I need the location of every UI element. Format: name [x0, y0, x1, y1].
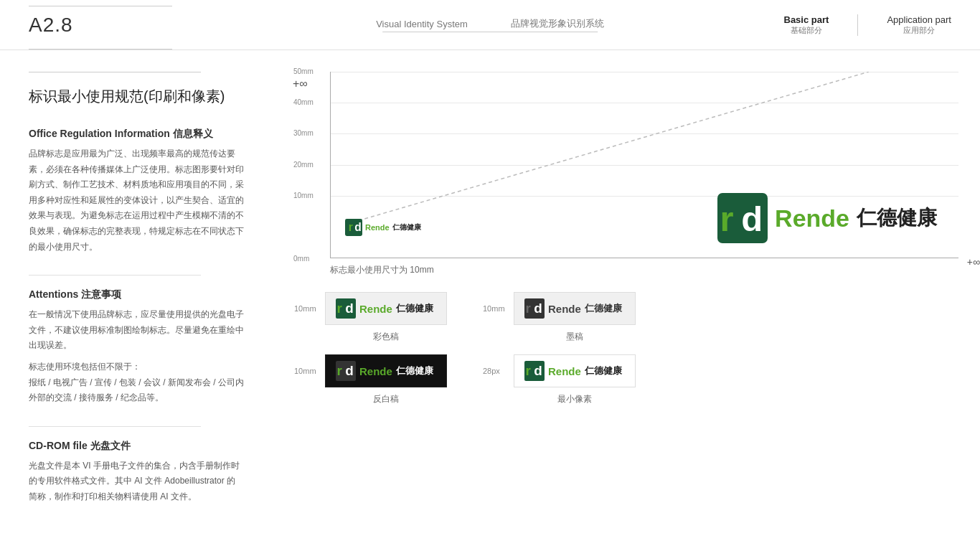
sample-color-label-row: 10mm r d Rende 仁德健康 [294, 292, 447, 325]
header-top-line [29, 6, 172, 6]
info-divider-2 [29, 426, 201, 427]
nav-basic[interactable]: Basic part 基础部分 [784, 14, 829, 36]
logo-icon-large-chart: r d [717, 193, 768, 243]
samples-row2: 10mm r d Rende 仁德健康 反白稿 28p [287, 354, 958, 405]
nav-application[interactable]: Application part 应用部分 [887, 14, 951, 36]
attentions-block: Attentions 注意事项 在一般情况下使用品牌标志，应尽量使用提供的光盘电… [29, 288, 244, 406]
sample-ink-caption: 墨稿 [483, 331, 636, 343]
sample-reverse: 10mm r d Rende 仁德健康 反白稿 [294, 354, 447, 405]
svg-text:d: d [741, 199, 763, 238]
logo-icon-small-chart: r d [345, 219, 362, 236]
header-center-titles: Visual Identity System 品牌视觉形象识别系统 [376, 17, 604, 30]
svg-text:r: r [336, 301, 342, 316]
sample-pixel-text-cn: 仁德健康 [585, 364, 622, 377]
sample-ink-text-en: Rende [548, 303, 581, 315]
header-bottom-line [29, 49, 172, 50]
sample-color: 10mm r d Rende 仁德健康 彩色稿 [294, 292, 447, 343]
brand-title-cn: 品牌视觉形象识别系统 [511, 17, 604, 30]
sample-pixel-box: r d Rende 仁德健康 [514, 354, 636, 387]
section-divider-top [29, 72, 201, 72]
sample-ink-label-row: 10mm r d Rende 仁德健康 [483, 292, 636, 325]
header-right: Basic part 基础部分 Application part 应用部分 [784, 14, 952, 36]
header-center-line [382, 32, 598, 32]
chart-container: +∞ +∞ 50mm 40mm 30mm 20mm 10mm 0mm [287, 72, 958, 258]
right-panel: +∞ +∞ 50mm 40mm 30mm 20mm 10mm 0mm [273, 50, 980, 551]
office-text: 品牌标志是应用最为广泛、出现频率最高的规范传达要素，必须在各种传播媒体上广泛使用… [29, 146, 244, 255]
sample-reverse-icon: r d [336, 361, 356, 381]
main-content: 标识最小使用规范(印刷和像素) Office Regulation Inform… [0, 50, 980, 551]
sample-pixel-size: 28px [483, 367, 508, 375]
attentions-text1: 在一般情况下使用品牌标志，应尽量使用提供的光盘电子文件，不建议使用标准制图绘制标… [29, 307, 244, 354]
sample-color-icon: r d [336, 298, 356, 319]
svg-text:d: d [534, 363, 542, 378]
chart-box: +∞ 50mm 40mm 30mm 20mm 10mm 0mm [330, 72, 958, 258]
svg-text:r: r [336, 363, 342, 378]
svg-text:d: d [345, 301, 354, 316]
logo-large-chart: r d Rende 仁德健康 [717, 193, 937, 243]
sample-reverse-text-en: Rende [359, 365, 392, 377]
sample-color-size: 10mm [294, 304, 319, 313]
logo-cn-large-chart: 仁德健康 [857, 204, 937, 232]
samples-grid: 10mm r d Rende 仁德健康 彩色稿 10m [287, 292, 958, 343]
page-number: A2.8 [29, 14, 73, 37]
svg-text:d: d [534, 301, 542, 316]
left-panel: 标识最小使用规范(印刷和像素) Office Regulation Inform… [0, 50, 273, 551]
logo-text-small-chart: Rende [365, 223, 390, 232]
basic-part-cn: 基础部分 [791, 25, 822, 36]
cdrom-block: CD-ROM file 光盘文件 光盘文件是本 VI 手册电子文件的集合，内含手… [29, 440, 244, 505]
svg-text:d: d [354, 221, 362, 233]
svg-text:r: r [720, 199, 734, 238]
chart-annotation: 标志最小使用尺寸为 10mm [330, 264, 958, 276]
y-label-50: 50mm [293, 67, 314, 75]
basic-part-en: Basic part [784, 14, 829, 25]
section-title: 标识最小使用规范(印刷和像素) [29, 87, 244, 106]
attentions-text2: 标志使用环境包括但不限于： 报纸 / 电视广告 / 宣传 / 包装 / 会议 /… [29, 359, 244, 406]
x-infinity-label: +∞ [967, 256, 980, 268]
svg-text:d: d [345, 363, 354, 378]
logo-text-large-chart: Rende [775, 204, 849, 232]
sample-pixel-caption: 最小像素 [483, 393, 636, 405]
info-divider-1 [29, 275, 201, 276]
sample-ink-box: r d Rende 仁德健康 [514, 292, 636, 325]
y-infinity-label: +∞ [293, 77, 308, 90]
sample-color-text-en: Rende [359, 303, 392, 315]
sample-pixel-icon: r d [524, 361, 545, 381]
sample-pixel-label-row: 28px r d Rende 仁德健康 [483, 354, 636, 387]
nav-divider [857, 14, 858, 36]
sample-pixel-text-en: Rende [548, 365, 581, 377]
sample-pixel: 28px r d Rende 仁德健康 最小像素 [483, 354, 636, 405]
sample-ink-icon: r d [524, 298, 545, 319]
sample-reverse-size: 10mm [294, 367, 319, 375]
y-label-10: 10mm [293, 192, 314, 199]
sample-color-text-cn: 仁德健康 [396, 302, 433, 315]
sample-color-box: r d Rende 仁德健康 [325, 292, 447, 325]
sample-ink: 10mm r d Rende 仁德健康 墨稿 [483, 292, 636, 343]
sample-ink-text-cn: 仁德健康 [585, 302, 622, 315]
app-part-cn: 应用部分 [903, 25, 935, 36]
sample-reverse-label-row: 10mm r d Rende 仁德健康 [294, 354, 447, 387]
cdrom-text: 光盘文件是本 VI 手册电子文件的集合，内含手册制作时的专用软件格式文件。其中 … [29, 458, 244, 505]
sample-reverse-text-cn: 仁德健康 [396, 364, 433, 377]
attentions-heading: Attentions 注意事项 [29, 288, 244, 301]
y-label-0: 0mm [293, 255, 309, 263]
header-center: Visual Identity System 品牌视觉形象识别系统 [376, 17, 604, 32]
y-label-30: 30mm [293, 129, 314, 137]
logo-cn-small-chart: 仁德健康 [392, 222, 421, 232]
app-part-en: Application part [887, 14, 951, 25]
y-label-20: 20mm [293, 161, 314, 169]
office-regulation-block: Office Regulation Information 信息释义 品牌标志是… [29, 128, 244, 255]
svg-text:r: r [525, 301, 531, 316]
vis-title: Visual Identity System [376, 19, 468, 29]
y-label-40: 40mm [293, 98, 314, 106]
cdrom-heading: CD-ROM file 光盘文件 [29, 440, 244, 453]
svg-text:r: r [525, 363, 531, 378]
header-left: A2.8 [29, 14, 73, 37]
office-heading: Office Regulation Information 信息释义 [29, 128, 244, 141]
sample-reverse-box: r d Rende 仁德健康 [325, 354, 447, 387]
sample-reverse-caption: 反白稿 [294, 393, 447, 405]
sample-ink-size: 10mm [483, 304, 508, 313]
header: A2.8 Visual Identity System 品牌视觉形象识别系统 B… [0, 0, 980, 50]
sample-color-caption: 彩色稿 [294, 331, 447, 343]
svg-text:r: r [349, 221, 353, 233]
logo-small-chart: r d Rende 仁德健康 [345, 219, 421, 236]
